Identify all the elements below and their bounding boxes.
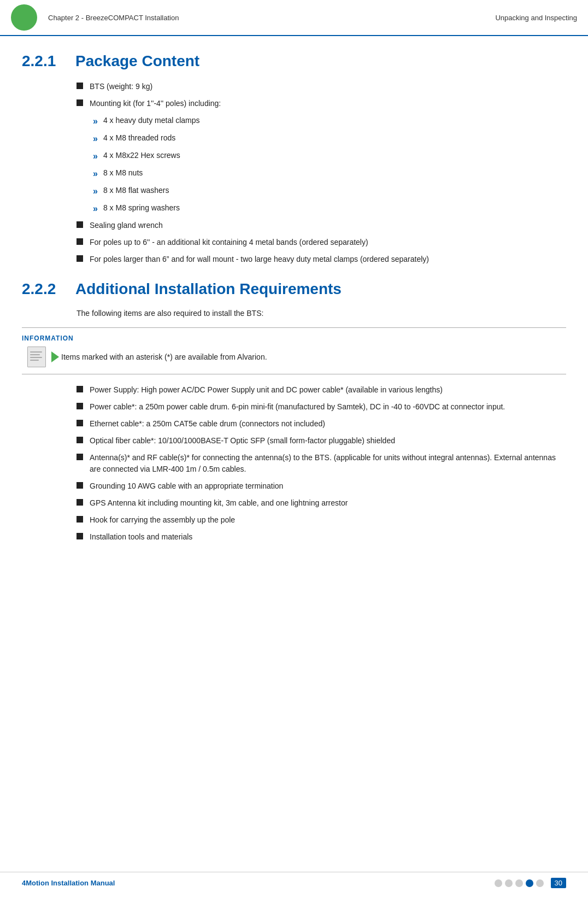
bullet-222-3: Ethernet cable*: a 250m CAT5e cable drum… [90,418,566,430]
section-221-heading: 2.2.1 Package Content [22,52,566,70]
list-item: » 8 x M8 nuts [93,167,566,180]
list-item: Sealing gland wrench [77,220,566,231]
list-item: Power cable*: a 250m power cable drum. 6… [77,401,566,413]
sub-item-text: 8 x M8 nuts [103,167,143,179]
pagination-dot-1 [495,879,502,887]
bullet-mounting-text: Mounting kit (for 1''-4'' poles) includi… [90,98,566,109]
sub-item-text: 8 x M8 spring washers [103,202,180,214]
bullet-222-9: Installation tools and materials [90,531,566,543]
bullet-square-icon [77,83,83,89]
list-item: » 4 x M8x22 Hex screws [93,150,566,163]
chevron-icon: » [93,115,98,128]
bullet-square-icon [77,238,83,245]
bullet-square-icon [77,533,83,539]
list-item: » 4 x heavy duty metal clamps [93,115,566,128]
list-item: Hook for carrying the assembly up the po… [77,514,566,526]
list-item: For poles up to 6'' - an additional kit … [77,237,566,248]
arrow-icon [51,351,59,362]
section-header-title: Unpacking and Inspecting [495,14,577,22]
bullet-bts-text: BTS (weight: 9 kg) [90,81,566,92]
doc-line [30,351,42,353]
list-item: Mounting kit (for 1''-4'' poles) includi… [77,98,566,109]
page-header: Chapter 2 - BreezeCOMPACT Installation U… [0,0,588,36]
information-box: INFORMATION Items marked with an asteris… [22,327,566,374]
doc-body [27,347,46,367]
chevron-icon: » [93,150,98,163]
section-222-title: Additional Installation Requirements [75,280,342,298]
bullet-222-6: Grounding 10 AWG cable with an appropria… [90,480,566,492]
bullet-222-5: Antenna(s)* and RF cable(s)* for connect… [90,452,566,475]
main-content: 2.2.1 Package Content BTS (weight: 9 kg)… [0,36,588,570]
pagination-dot-2 [505,879,513,887]
list-item: GPS Antenna kit including mounting kit, … [77,497,566,509]
section-222-bullet-list: Power Supply: High power AC/DC Power Sup… [77,384,566,543]
footer-pagination: 30 [495,878,566,888]
bullet-square-icon [77,437,83,443]
list-item: Grounding 10 AWG cable with an appropria… [77,480,566,492]
page-footer: 4Motion Installation Manual 30 [0,872,588,888]
bullet-222-1: Power Supply: High power AC/DC Power Sup… [90,384,566,396]
chapter-title: Chapter 2 - BreezeCOMPACT Installation [48,14,495,22]
bullet-sealing-text: Sealing gland wrench [90,220,566,231]
pagination-dot-5 [536,879,544,887]
section-221-bullet-list: BTS (weight: 9 kg) Mounting kit (for 1''… [77,81,566,109]
info-content: Items marked with an asterisk (*) are av… [22,347,566,367]
list-item: Installation tools and materials [77,531,566,543]
doc-line [30,360,39,361]
info-document-icon [27,347,51,367]
chevron-icon: » [93,132,98,145]
section-221-bullet-list-2: Sealing gland wrench For poles up to 6''… [77,220,566,265]
section-222-number: 2.2.2 [22,280,66,298]
bullet-poles-6-text: For poles up to 6'' - an additional kit … [90,237,566,248]
list-item: Optical fiber cable*: 10/100/1000BASE-T … [77,435,566,447]
list-item: BTS (weight: 9 kg) [77,81,566,92]
doc-line [30,354,40,355]
list-item: For poles larger than 6” and for wall mo… [77,254,566,265]
chevron-icon: » [93,167,98,180]
list-item: » 8 x M8 spring washers [93,202,566,215]
bullet-222-2: Power cable*: a 250m power cable drum. 6… [90,401,566,413]
info-label: INFORMATION [22,334,566,342]
bullet-square-icon [77,499,83,506]
bullet-square-icon [77,403,83,409]
logo-circle [11,4,37,31]
pagination-dot-3 [515,879,523,887]
bullet-square-icon [77,516,83,523]
doc-line [30,357,42,358]
bullet-222-8: Hook for carrying the assembly up the po… [90,514,566,526]
page-number: 30 [551,878,566,888]
sub-item-text: 4 x heavy duty metal clamps [103,115,200,126]
sub-item-text: 4 x M8x22 Hex screws [103,150,180,161]
list-item: Power Supply: High power AC/DC Power Sup… [77,384,566,396]
footer-label: 4Motion Installation Manual [22,879,115,887]
arrow-right-icon [51,351,59,362]
chevron-icon: » [93,202,98,215]
bullet-222-4: Optical fiber cable*: 10/100/1000BASE-T … [90,435,566,447]
sub-item-text: 4 x M8 threaded rods [103,132,175,144]
bullet-poles-large-text: For poles larger than 6” and for wall mo… [90,254,566,265]
bullet-222-7: GPS Antenna kit including mounting kit, … [90,497,566,509]
bullet-square-icon [77,255,83,262]
sub-item-text: 8 x M8 flat washers [103,185,169,196]
list-item: » 8 x M8 flat washers [93,185,566,198]
bullet-square-icon [77,99,83,106]
bullet-square-icon [77,482,83,489]
list-item: Antenna(s)* and RF cable(s)* for connect… [77,452,566,475]
mounting-kit-sub-list: » 4 x heavy duty metal clamps » 4 x M8 t… [93,115,566,215]
section-222-heading: 2.2.2 Additional Installation Requiremen… [22,280,566,298]
list-item: » 4 x M8 threaded rods [93,132,566,145]
bullet-square-icon [77,386,83,392]
bullet-square-icon [77,221,83,228]
section-221-title: Package Content [75,52,199,70]
bullet-square-icon [77,420,83,426]
pagination-dot-4 [526,879,533,887]
bullet-square-icon [77,454,83,460]
section-222-intro: The following items are also required to… [77,309,566,318]
list-item: Ethernet cable*: a 250m CAT5e cable drum… [77,418,566,430]
chevron-icon: » [93,185,98,198]
doc-lines [30,351,42,362]
info-text: Items marked with an asterisk (*) are av… [61,353,267,361]
section-221-number: 2.2.1 [22,52,66,70]
